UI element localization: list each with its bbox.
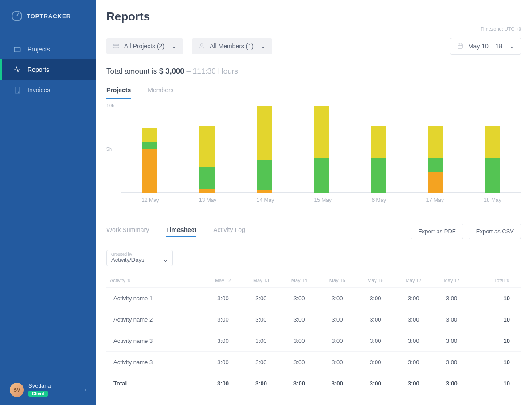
cell: 3:00 [433,330,471,352]
x-tick: 17 May [426,197,444,203]
user-name: Svetlana [28,382,51,389]
table-row: Activity name 33:003:003:003:003:003:003… [106,352,521,373]
bar-segment-orange [428,172,443,193]
cell: 3:00 [204,330,242,352]
subtab-projects[interactable]: Projects [106,87,131,99]
svg-rect-1 [15,87,20,93]
section-tab-timesheet[interactable]: Timesheet [166,226,196,237]
cell: 3:00 [433,288,471,309]
chevron-down-icon: ⌄ [261,43,266,50]
export-csv-button[interactable]: Export as CSV [469,224,521,239]
cell: 3:00 [280,330,318,352]
row-total: 10 [471,352,521,373]
cell: 3:00 [280,309,318,330]
cell: 3:00 [356,330,395,352]
activity-name: Activity name 3 [106,330,204,352]
table-header[interactable]: May 17 [433,273,471,288]
cell: 3:00 [242,373,280,394]
cell: 3:00 [433,373,471,394]
table-header[interactable]: May 13 [242,273,280,288]
row-total: 10 [471,330,521,352]
svg-rect-0 [14,47,20,52]
nav-item-invoices[interactable]: Invoices [0,80,96,100]
x-tick: 15 May [314,197,332,203]
nav-label: Reports [27,66,49,73]
bar-segment-orange [142,149,157,193]
table-header[interactable]: May 15 [318,273,356,288]
svg-rect-2 [114,44,119,46]
user-menu[interactable]: SV Svetlana Client › [0,374,96,405]
y-tick: 5h [106,146,112,152]
table-header[interactable]: May 12 [204,273,242,288]
filter-bar: All Projects (2) ⌄ All Members (1) ⌄ May… [106,38,521,55]
filter-projects-label: All Projects (2) [124,43,164,50]
cell: 3:00 [242,352,280,373]
bar-column [371,106,386,193]
cell: 3:00 [318,352,356,373]
timezone-label: Timezone: UTC +0 [106,26,521,31]
table-header[interactable]: Total⇅ [471,273,521,288]
folder-icon [13,45,21,53]
bar-segment-green [200,167,215,189]
cell: 3:00 [356,288,395,309]
sort-icon: ⇅ [127,279,131,283]
cell: 3:00 [395,352,433,373]
bar-segment-green [371,158,386,193]
chart-subtabs: ProjectsMembers [106,87,521,99]
nav-item-projects[interactable]: Projects [0,39,96,59]
export-pdf-button[interactable]: Export as PDF [411,224,463,239]
timesheet-table: Activity⇅May 12May 13May 14May 15May 16M… [106,273,521,394]
cell: 3:00 [433,352,471,373]
brand-name: TOPTRACKER [27,13,71,20]
filter-members[interactable]: All Members (1) ⌄ [192,38,272,54]
table-row: Activity name 33:003:003:003:003:003:003… [106,330,521,352]
filter-date-range[interactable]: May 10 – 18 ⌄ [450,38,521,55]
main-content: Reports Timezone: UTC +0 All Projects (2… [96,0,532,405]
bar-segment-green [142,142,157,149]
cell: 3:00 [318,288,356,309]
sidebar: TOPTRACKER ProjectsReportsInvoices SV Sv… [0,0,96,405]
cell: 3:00 [204,309,242,330]
avatar: SV [10,383,24,397]
table-header[interactable]: Activity⇅ [106,273,204,288]
chevron-right-icon: › [84,387,86,393]
cell: 3:00 [318,330,356,352]
bar-segment-yellow [485,126,500,158]
group-by-value: Activity/Days [111,256,144,263]
svg-rect-5 [458,44,463,48]
cell: 3:00 [242,309,280,330]
bar-column [142,106,157,193]
bar-column [257,106,272,193]
x-tick: 6 May [372,197,386,203]
section-tab-activity-log[interactable]: Activity Log [213,226,245,237]
cell: 3:00 [395,288,433,309]
brand-logo: TOPTRACKER [0,0,96,39]
cell: 3:00 [204,352,242,373]
bar-segment-yellow [314,106,329,158]
table-header[interactable]: May 14 [280,273,318,288]
filter-projects[interactable]: All Projects (2) ⌄ [106,38,183,54]
bar-segment-yellow [257,106,272,160]
page-title: Reports [106,10,521,24]
cell: 3:00 [395,309,433,330]
activity-name: Activity name 2 [106,309,204,330]
subtab-members[interactable]: Members [148,87,173,99]
filter-members-label: All Members (1) [210,43,254,50]
cell: 3:00 [242,330,280,352]
activity-name: Activity name 3 [106,352,204,373]
group-by-select[interactable]: Grouped by Activity/Days⌄ [106,250,173,266]
filter-date-label: May 10 – 18 [468,43,502,50]
table-row: Activity name 23:003:003:003:003:003:003… [106,309,521,330]
table-header[interactable]: May 17 [395,273,433,288]
calendar-icon [457,43,464,50]
table-header[interactable]: May 16 [356,273,395,288]
bar-segment-green [428,158,443,172]
x-tick: 13 May [199,197,216,203]
nav-label: Invoices [27,87,50,94]
section-tab-work-summary[interactable]: Work Summary [106,226,149,237]
table-row: Activity name 13:003:003:003:003:003:003… [106,288,521,309]
nav-item-reports[interactable]: Reports [0,59,96,80]
chevron-down-icon: ⌄ [172,43,177,50]
cell: 3:00 [395,373,433,394]
bar-segment-green [485,158,500,193]
